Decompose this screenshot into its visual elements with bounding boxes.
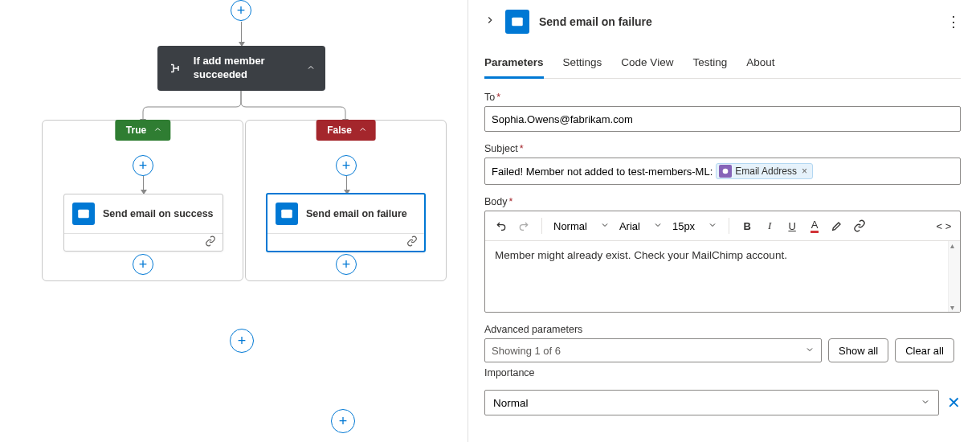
link-icon [205, 235, 216, 250]
outlook-icon [276, 203, 298, 225]
tab-parameters[interactable]: Parameters [484, 51, 544, 79]
condition-node[interactable]: If add member succeeded [157, 46, 325, 91]
failure-card[interactable]: Send email on failure [266, 193, 426, 252]
chevron-up-icon [153, 125, 162, 136]
panel-header: Send email on failure ⋮ [484, 10, 961, 34]
collapse-icon[interactable] [306, 61, 316, 76]
outlook-icon [72, 203, 95, 225]
remove-param-button[interactable]: ✕ [947, 393, 961, 412]
undo-button[interactable] [492, 216, 511, 235]
to-field: To* Sophia.Owens@fabrikam.com [484, 92, 961, 132]
underline-button[interactable]: U [782, 216, 802, 235]
card-footer [267, 233, 424, 251]
rte-toolbar: Normal Arial 15px B I U A < > [485, 211, 960, 241]
svg-rect-2 [78, 210, 89, 219]
condition-title: If add member succeeded [194, 55, 298, 82]
collapse-panel-button[interactable] [484, 14, 496, 29]
code-view-button[interactable]: < > [934, 216, 953, 235]
chevron-up-icon [358, 125, 368, 136]
importance-section: Importance Normal ✕ [484, 367, 961, 415]
highlight-button[interactable] [827, 216, 847, 235]
subject-field: Subject* Failed! Member not added to tes… [484, 143, 961, 185]
body-label: Body* [484, 196, 961, 207]
branch-icon [167, 57, 186, 80]
importance-label: Importance [484, 367, 961, 379]
add-step-bottom-button[interactable]: + [331, 409, 355, 433]
link-icon [406, 235, 418, 250]
svg-point-5 [723, 169, 729, 174]
card-footer [64, 233, 223, 251]
advanced-section: Advanced parameters Showing 1 of 6 Show … [484, 324, 961, 362]
connector [241, 22, 242, 46]
connector [143, 176, 144, 194]
importance-value: Normal [493, 397, 529, 409]
false-tag[interactable]: False [316, 120, 376, 141]
scrollbar[interactable] [948, 241, 960, 312]
false-branch: False + Send email on failure + [245, 120, 447, 281]
chip-label: Email Address [735, 166, 797, 177]
connector [346, 176, 347, 194]
true-label: True [126, 125, 146, 136]
add-step-true-button[interactable]: + [133, 155, 153, 176]
flow-canvas: + If add member succeeded True + [0, 0, 468, 442]
show-all-button[interactable]: Show all [828, 338, 888, 362]
bold-button[interactable]: B [737, 216, 757, 235]
more-menu-button[interactable]: ⋮ [946, 13, 961, 31]
panel-title: Send email on failure [539, 15, 652, 28]
chevron-down-icon [921, 397, 930, 409]
body-field: Body* Normal Arial 15px B I U A < > Memb… [484, 196, 961, 313]
advanced-params-select[interactable]: Showing 1 of 6 [484, 338, 822, 362]
style-select[interactable]: Normal [550, 220, 613, 232]
advanced-label: Advanced parameters [484, 324, 961, 335]
svg-rect-3 [281, 210, 292, 219]
italic-button[interactable]: I [760, 216, 779, 235]
true-tag[interactable]: True [115, 120, 170, 141]
advanced-summary: Showing 1 of 6 [492, 345, 561, 357]
subject-input[interactable]: Failed! Member not added to test-members… [484, 158, 961, 185]
importance-select[interactable]: Normal [484, 390, 939, 415]
to-input[interactable]: Sophia.Owens@fabrikam.com [484, 106, 961, 132]
true-branch: True + Send email on success + [42, 120, 243, 281]
svg-rect-4 [512, 18, 523, 27]
font-select[interactable]: Arial [616, 220, 666, 232]
add-step-top-button[interactable]: + [231, 0, 251, 21]
details-panel: Send email on failure ⋮ Parameters Setti… [468, 0, 980, 442]
tab-about[interactable]: About [746, 51, 774, 78]
chip-remove-button[interactable]: × [802, 166, 807, 177]
subject-label: Subject* [484, 143, 961, 154]
failure-card-label: Send email on failure [306, 208, 407, 219]
redo-button[interactable] [514, 216, 533, 235]
tab-settings[interactable]: Settings [563, 51, 602, 78]
to-label: To* [484, 92, 961, 103]
success-card[interactable]: Send email on success [63, 194, 223, 252]
success-card-label: Send email on success [103, 208, 214, 219]
to-value: Sophia.Owens@fabrikam.com [492, 113, 633, 125]
tab-testing[interactable]: Testing [692, 51, 727, 78]
link-button[interactable] [850, 216, 869, 235]
panel-tabs: Parameters Settings Code View Testing Ab… [484, 51, 961, 79]
chevron-down-icon [805, 345, 815, 357]
body-input[interactable]: Member might already exist. Check your M… [485, 241, 960, 312]
clear-all-button[interactable]: Clear all [895, 338, 954, 362]
body-text: Member might already exist. Check your M… [495, 249, 787, 261]
false-label: False [327, 125, 352, 136]
mailchimp-icon [719, 165, 732, 178]
add-step-true-end-button[interactable]: + [133, 254, 153, 275]
rich-text-editor: Normal Arial 15px B I U A < > Member mig… [484, 211, 961, 313]
email-address-chip[interactable]: Email Address × [716, 163, 813, 179]
font-color-button[interactable]: A [805, 216, 824, 235]
subject-prefix: Failed! Member not added to test-members… [492, 166, 713, 178]
add-step-after-condition-button[interactable]: + [230, 329, 254, 353]
add-step-false-end-button[interactable]: + [336, 254, 357, 275]
branch-connector [42, 91, 443, 123]
tab-code-view[interactable]: Code View [621, 51, 673, 78]
size-select[interactable]: 15px [669, 220, 721, 232]
outlook-icon [505, 10, 529, 34]
add-step-false-button[interactable]: + [336, 155, 357, 176]
